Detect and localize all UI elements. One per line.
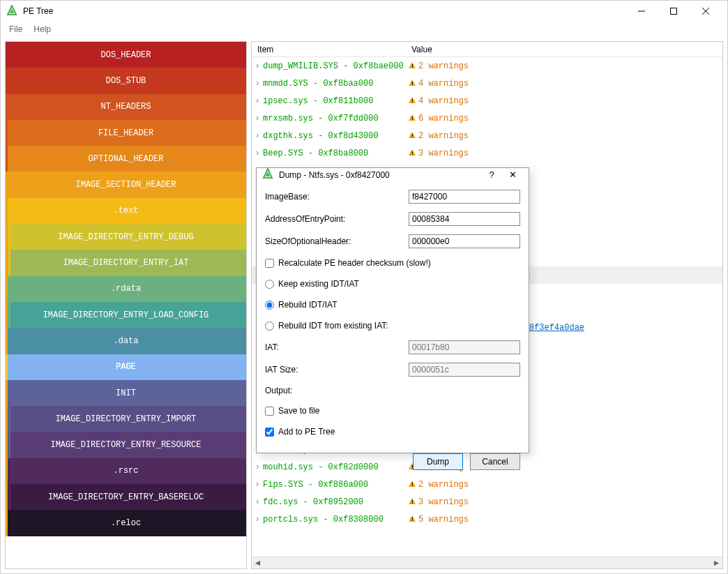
addtree-checkbox[interactable] — [265, 428, 274, 437]
sidebar-item[interactable]: IMAGE_SECTION_HEADER — [6, 172, 246, 197]
imagebase-input[interactable] — [409, 190, 520, 204]
sidebar-item[interactable]: INIT — [6, 380, 246, 406]
row-name: fdc.sys - 0xf8952000 — [263, 497, 406, 507]
tree-row[interactable]: ›ipsec.sys - 0xf811b0004 warnings — [252, 92, 722, 109]
sidebar-item-label: IMAGE_DIRECTORY_ENTRY_IMPORT — [56, 414, 197, 424]
soh-input[interactable] — [409, 234, 520, 248]
titlebar: PE Tree — [1, 1, 727, 22]
sidebar-item[interactable]: IMAGE_DIRECTORY_ENTRY_RESOURCE — [6, 432, 246, 458]
warning-icon — [406, 149, 418, 158]
close-button[interactable] — [690, 1, 722, 22]
sidebar-item-label: IMAGE_SECTION_HEADER — [75, 180, 176, 190]
chevron-right-icon[interactable]: › — [252, 96, 263, 106]
warning-text: 3 warnings — [418, 497, 469, 507]
horizontal-scrollbar[interactable]: ◄ ► — [252, 557, 722, 568]
sidebar-item-label: PAGE — [116, 362, 136, 372]
dialog-body: ImageBase: AddressOfEntryPoint: SizeOfOp… — [257, 181, 529, 446]
chevron-right-icon[interactable]: › — [252, 131, 263, 141]
iatsize-input — [409, 363, 520, 377]
tree-row[interactable]: ›Fips.SYS - 0xf886a0002 warnings — [252, 476, 722, 493]
sidebar-item-label: DOS_HEADER — [100, 50, 151, 60]
sidebar-item[interactable]: .text — [6, 198, 246, 224]
row-name: mrxsmb.sys - 0xf7fdd000 — [263, 114, 406, 123]
warning-text: 2 warnings — [418, 131, 469, 141]
rebuildfrom-radio[interactable] — [265, 322, 274, 331]
output-label: Output: — [265, 384, 520, 398]
row-name: portcls.sys - 0xf8308000 — [263, 515, 406, 524]
row-name: Fips.SYS - 0xf886a000 — [263, 480, 406, 490]
cancel-button[interactable]: Cancel — [470, 453, 520, 470]
sidebar-item[interactable]: IMAGE_DIRECTORY_ENTRY_BASERELOC — [6, 484, 246, 510]
chevron-right-icon[interactable]: › — [252, 497, 263, 507]
tree-row[interactable]: ›fdc.sys - 0xf89520003 warnings — [252, 493, 722, 511]
scroll-left-icon[interactable]: ◄ — [252, 558, 264, 568]
chevron-right-icon[interactable]: › — [252, 149, 263, 158]
warning-text: 2 warnings — [418, 480, 469, 490]
maximize-button[interactable] — [658, 1, 690, 22]
warning-text: 6 warnings — [418, 114, 469, 123]
chevron-right-icon[interactable]: › — [252, 515, 263, 524]
tree-row[interactable]: ›mnmdd.SYS - 0xf8baa0004 warnings — [252, 75, 722, 92]
keep-radio[interactable] — [265, 280, 274, 289]
iatsize-label: IAT Size: — [265, 365, 409, 375]
sidebar-item[interactable]: .rsrc — [6, 458, 246, 484]
warning-text: 4 warnings — [418, 96, 469, 106]
warning-icon — [406, 79, 418, 89]
sidebar[interactable]: DOS_HEADERDOS_STUBNT_HEADERSFILE_HEADERO… — [5, 41, 247, 569]
chevron-right-icon[interactable]: › — [252, 79, 263, 89]
sidebar-item-label: .text — [113, 206, 138, 216]
sidebar-item[interactable]: PAGE — [6, 354, 246, 380]
sidebar-item[interactable]: NT_HEADERS — [6, 94, 246, 120]
sidebar-item-label: IMAGE_DIRECTORY_ENTRY_BASERELOC — [48, 492, 204, 502]
sidebar-item-label: .data — [113, 336, 138, 346]
warning-text: 4 warnings — [418, 79, 469, 89]
dump-button[interactable]: Dump — [413, 453, 463, 470]
sidebar-item-label: IMAGE_DIRECTORY_ENTRY_IAT — [63, 258, 188, 268]
savefile-label: Save to file — [278, 406, 319, 416]
sidebar-item[interactable]: DOS_STUB — [6, 68, 246, 93]
sidebar-item-label: .rsrc — [113, 466, 138, 476]
aoep-input[interactable] — [409, 212, 520, 226]
sidebar-item[interactable]: IMAGE_DIRECTORY_ENTRY_DEBUG — [6, 224, 246, 250]
menu-help[interactable]: Help — [29, 23, 55, 36]
tree-row[interactable]: ›portcls.sys - 0xf83080005 warnings — [252, 511, 722, 528]
minimize-button[interactable] — [625, 1, 658, 22]
sidebar-item[interactable]: OPTIONAL_HEADER — [6, 146, 246, 172]
col-item[interactable]: Item — [252, 45, 409, 54]
imagebase-label: ImageBase: — [265, 192, 409, 202]
app-title: PE Tree — [23, 6, 53, 16]
row-name: dump_WMILIB.SYS - 0xf8bae000 — [263, 61, 406, 71]
sidebar-item[interactable]: IMAGE_DIRECTORY_ENTRY_IAT — [6, 250, 246, 275]
dialog-buttons: Dump Cancel — [257, 446, 529, 477]
sidebar-item[interactable]: IMAGE_DIRECTORY_ENTRY_IMPORT — [6, 406, 246, 432]
warning-text: 3 warnings — [418, 149, 469, 158]
dialog-close-button[interactable]: ✕ — [502, 169, 523, 180]
chevron-right-icon[interactable]: › — [252, 480, 263, 490]
row-name: Beep.SYS - 0xf8ba8000 — [263, 149, 406, 158]
tree-row[interactable]: ›mrxsmb.sys - 0xf7fdd0006 warnings — [252, 109, 722, 127]
sidebar-item[interactable]: DOS_HEADER — [6, 42, 246, 68]
chevron-right-icon[interactable]: › — [252, 114, 263, 123]
sidebar-item[interactable]: IMAGE_DIRECTORY_ENTRY_LOAD_CONFIG — [6, 302, 246, 328]
sidebar-item-label: IMAGE_DIRECTORY_ENTRY_RESOURCE — [50, 440, 201, 450]
chevron-right-icon[interactable]: › — [252, 61, 263, 71]
sidebar-item[interactable]: .data — [6, 328, 246, 354]
dialog-help-button[interactable]: ? — [481, 169, 502, 180]
rebuild-radio[interactable] — [265, 301, 274, 310]
sidebar-item[interactable]: FILE_HEADER — [6, 120, 246, 146]
tree-row[interactable]: ›Beep.SYS - 0xf8ba80003 warnings — [252, 144, 722, 162]
sidebar-item-label: INIT — [116, 388, 136, 398]
sidebar-item-label: OPTIONAL_HEADER — [88, 154, 163, 164]
sidebar-item[interactable]: .rdata — [6, 276, 246, 302]
menu-file[interactable]: File — [5, 23, 26, 36]
recalc-checkbox[interactable] — [265, 259, 274, 268]
row-name: dxgthk.sys - 0xf8d43000 — [263, 131, 406, 141]
col-value[interactable]: Value — [409, 45, 722, 54]
tree-row[interactable]: ›dump_WMILIB.SYS - 0xf8bae0002 warnings — [252, 57, 722, 75]
sidebar-item[interactable]: .reloc — [6, 510, 246, 536]
dump-dialog: Dump - Ntfs.sys - 0xf8427000 ? ✕ ImageBa… — [256, 167, 529, 453]
tree-row[interactable]: ›dxgthk.sys - 0xf8d430002 warnings — [252, 127, 722, 144]
scroll-right-icon[interactable]: ► — [711, 558, 722, 568]
savefile-checkbox[interactable] — [265, 407, 274, 416]
dialog-app-icon — [262, 168, 273, 181]
